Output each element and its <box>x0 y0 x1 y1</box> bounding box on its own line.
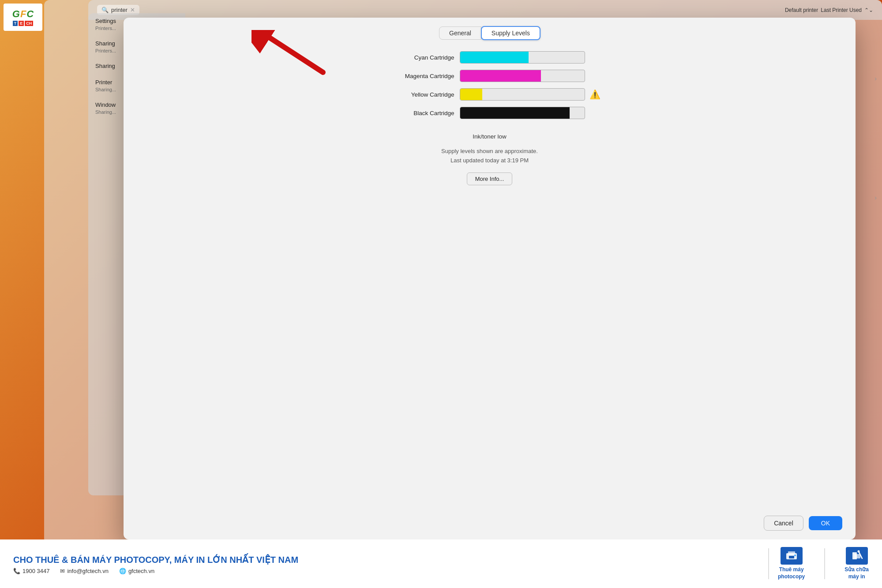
yellow-cartridge-row: Yellow Cartridge ⚠️ <box>379 88 600 101</box>
logo-g: G <box>12 8 20 20</box>
supply-note-line1: Supply levels shown are approximate. <box>441 147 538 156</box>
tab-general[interactable]: General <box>439 26 481 40</box>
cancel-button[interactable]: Cancel <box>764 516 803 531</box>
clear-search-icon[interactable]: ✕ <box>130 7 135 13</box>
email-icon: ✉ <box>60 568 65 574</box>
cyan-cartridge-bar <box>460 51 585 64</box>
magenta-cartridge-bar <box>460 70 585 82</box>
tab-supply-levels[interactable]: Supply Levels <box>481 26 540 40</box>
search-icon: 🔍 <box>101 7 109 13</box>
banner-left: CHO THUÊ & BÁN MÁY PHOTOCOPY, MÁY IN LỚN… <box>13 554 759 574</box>
dialog-content: Cyan Cartridge Magenta Cartridge Yellow … <box>124 47 856 509</box>
svg-point-5 <box>794 554 796 556</box>
banner-divider-1 <box>768 548 769 579</box>
repair-icon <box>846 547 868 565</box>
banner-service-repair[interactable]: Sửa chữamáy in <box>844 547 869 580</box>
svg-point-9 <box>857 551 859 553</box>
printer-dialog: General Supply Levels Cyan Cartridge Mag… <box>124 18 856 539</box>
black-bar-fill <box>460 107 570 119</box>
phone-icon: 📞 <box>13 568 20 574</box>
dialog-footer: Cancel OK <box>124 509 856 539</box>
supply-note-line2: Last updated today at 3:19 PM <box>441 156 538 165</box>
tab-bar: General Supply Levels <box>124 18 856 47</box>
yellow-cartridge-bar <box>460 88 585 101</box>
ok-button[interactable]: OK <box>809 516 842 530</box>
svg-rect-4 <box>789 556 794 558</box>
cyan-cartridge-label: Cyan Cartridge <box>379 54 454 61</box>
svg-rect-3 <box>788 551 795 555</box>
cyan-cartridge-row: Cyan Cartridge <box>379 51 600 64</box>
cyan-bar-fill <box>460 52 529 63</box>
chevron-right-icon-1: › <box>874 75 877 82</box>
banner-divider-2 <box>824 548 825 579</box>
banner-headline: CHO THUÊ & BÁN MÁY PHOTOCOPY, MÁY IN LỚN… <box>13 554 759 566</box>
last-used-label: Last Printer Used <box>821 7 862 13</box>
topbar-right: Default printer Last Printer Used ⌃⌄ <box>785 7 873 13</box>
svg-rect-7 <box>854 554 860 558</box>
photocopy-icon <box>781 547 803 565</box>
magenta-cartridge-label: Magenta Cartridge <box>379 73 454 79</box>
black-cartridge-bar <box>460 107 585 119</box>
yellow-cartridge-label: Yellow Cartridge <box>379 91 454 98</box>
topbar: 🔍 printer ✕ Default printer Last Printer… <box>88 0 882 20</box>
phone-number: 1900 3447 <box>23 568 49 574</box>
logo-tech-t: T <box>13 21 18 26</box>
bottom-banner: CHO THUÊ & BÁN MÁY PHOTOCOPY, MÁY IN LỚN… <box>0 539 882 588</box>
magenta-cartridge-row: Magenta Cartridge <box>379 70 600 82</box>
email-contact: ✉ info@gfctech.vn <box>60 568 108 574</box>
email-address: info@gfctech.vn <box>67 568 108 574</box>
ink-status: Ink/toner low <box>473 133 507 140</box>
search-text: printer <box>111 7 128 13</box>
gfc-logo: G F C T E CH <box>4 4 42 31</box>
logo-tech-ch: CH <box>25 21 33 26</box>
banner-services: Thuê máyphotocopy Sửa chữamáy in <box>778 547 869 580</box>
logo-c: C <box>26 8 34 20</box>
photocopy-label: Thuê máyphotocopy <box>778 566 805 580</box>
web-icon: 🌐 <box>119 568 126 574</box>
yellow-warning-icon: ⚠️ <box>589 89 600 100</box>
banner-contact: 📞 1900 3447 ✉ info@gfctech.vn 🌐 gfctech.… <box>13 568 759 574</box>
web-url: gfctech.vn <box>128 568 154 574</box>
black-cartridge-label: Black Cartridge <box>379 110 454 116</box>
black-cartridge-row: Black Cartridge <box>379 107 600 119</box>
logo-tech-e: E <box>19 21 24 26</box>
banner-service-photocopy[interactable]: Thuê máyphotocopy <box>778 547 805 580</box>
web-contact: 🌐 gfctech.vn <box>119 568 154 574</box>
sort-chevron-icon[interactable]: ⌃⌄ <box>864 7 873 13</box>
logo-f: F <box>20 8 26 20</box>
yellow-bar-fill <box>460 89 483 100</box>
chevron-right-icon-2: › <box>874 194 877 201</box>
supply-note: Supply levels shown are approximate. Las… <box>441 147 538 165</box>
more-info-button[interactable]: More Info... <box>467 172 513 185</box>
magenta-bar-fill <box>460 70 541 82</box>
default-printer-label: Default printer <box>785 7 818 13</box>
repair-label: Sửa chữamáy in <box>844 566 869 580</box>
phone-contact: 📞 1900 3447 <box>13 568 49 574</box>
